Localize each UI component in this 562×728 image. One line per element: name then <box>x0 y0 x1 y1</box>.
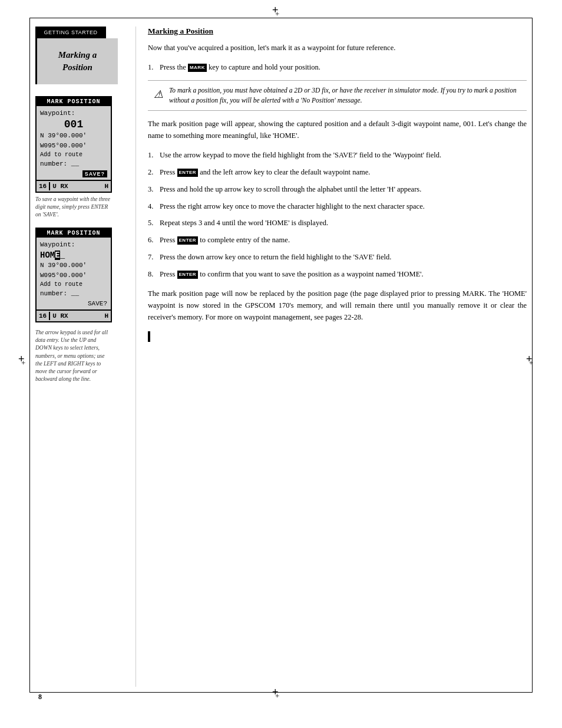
left-sidebar: Getting Started Marking aPosition MARK P… <box>35 27 135 687</box>
section-tab: Marking aPosition <box>35 38 118 84</box>
registration-mark-right: + <box>529 358 541 370</box>
gps-cursor: E <box>55 251 59 260</box>
gps-s2-line6: number: __ <box>40 289 107 299</box>
step-name-8-num: 8. <box>148 269 160 280</box>
step-name-2-num: 2. <box>148 167 160 178</box>
intro-paragraph: Now that you've acquired a position, let… <box>148 42 527 54</box>
step-name-3-text: Press and hold the up arrow key to scrol… <box>160 184 527 195</box>
gps-screen-2-body: Waypoint: HOME_ N 39°00.000' W095°00.000… <box>37 238 111 309</box>
step-1-text: Press the MARK key to capture and hold y… <box>160 62 527 73</box>
gps-s1-line3: N 39°00.000' <box>40 131 107 141</box>
gps-s1-line6: number: __ <box>40 159 107 169</box>
enter-key-badge-8: ENTER <box>177 271 199 279</box>
registration-mark-bottom: + <box>275 691 287 703</box>
step-name-5-num: 5. <box>148 218 160 229</box>
gps-s1-save: SAVE? <box>82 170 107 177</box>
step-name-4: 4. Press the right arrow key once to mov… <box>148 201 527 212</box>
gps-screen-1-title: MARK POSITION <box>37 97 111 106</box>
page-border-left <box>29 18 30 693</box>
note-box: ⚠ To mark a position, you must have obta… <box>148 80 527 111</box>
step-name-2: 2. Press ENTER and the left arrow key to… <box>148 167 527 178</box>
step-name-1-num: 1. <box>148 150 160 161</box>
gps-screen-1: MARK POSITION Waypoint: 001 N 39°00.000'… <box>35 96 112 193</box>
section-title: Marking a Position <box>148 27 527 36</box>
screen-caption-1: To save a waypoint with the three digit … <box>35 196 112 219</box>
registration-mark-top: + <box>275 9 287 21</box>
note-text: To mark a position, you must have obtain… <box>169 85 527 106</box>
registration-mark-left: + <box>21 358 33 370</box>
step-1-mark: 1. Press the MARK key to capture and hol… <box>148 62 527 73</box>
gps-s2-line5: Add to route <box>40 280 107 289</box>
step-name-8-text: Press ENTER to confirm that you want to … <box>160 269 527 280</box>
mark-key-badge: MARK <box>188 64 207 72</box>
body-text-1: The mark position page will appear, show… <box>148 118 527 141</box>
main-content: Marking a Position Now that you've acqui… <box>135 27 527 687</box>
step-name-7-num: 7. <box>148 252 160 263</box>
page-number: 8 <box>38 693 42 701</box>
gps-screen-2: MARK POSITION Waypoint: HOME_ N 39°00.00… <box>35 228 112 322</box>
warning-icon: ⚠ <box>154 87 163 103</box>
gps-s1-line1: Waypoint: <box>40 108 107 118</box>
gps-s1-line4: W095°00.000' <box>40 141 107 151</box>
step-name-5-text: Repeat steps 3 and 4 until the word 'HOM… <box>160 218 527 229</box>
gps-s1-footer-mid: U RX <box>52 183 68 190</box>
step-name-5: 5. Repeat steps 3 and 4 until the word '… <box>148 218 527 229</box>
gps-s2-line3: N 39°00.000' <box>40 261 107 271</box>
section-indicator <box>148 331 527 342</box>
gps-s1-line5: Add to route <box>40 150 107 159</box>
gps-s1-footer-num: 16 <box>39 183 47 190</box>
gps-screen-1-body: Waypoint: 001 N 39°00.000' W095°00.000' … <box>37 106 111 180</box>
gps-s1-footer-h: H <box>104 183 108 190</box>
chapter-label: Getting Started <box>44 29 97 35</box>
step-name-3-num: 3. <box>148 184 160 195</box>
step-name-6-num: 6. <box>148 235 160 246</box>
step-1-num: 1. <box>148 62 160 73</box>
enter-key-badge-6: ENTER <box>177 236 199 245</box>
gps-screen-2-footer: 16 U RX H <box>37 309 111 321</box>
gps-s1-line2: 001 <box>40 118 107 131</box>
step-name-1: 1. Use the arrow keypad to move the fiel… <box>148 150 527 161</box>
gps-s2-footer-h: H <box>104 312 108 319</box>
step-name-4-num: 4. <box>148 201 160 212</box>
gps-s2-line1: Waypoint: <box>40 240 107 250</box>
section-indicator-bar <box>148 331 150 342</box>
step-name-3: 3. Press and hold the up arrow key to sc… <box>148 184 527 195</box>
step-name-4-text: Press the right arrow key once to move t… <box>160 201 527 212</box>
page-content: Getting Started Marking aPosition MARK P… <box>35 27 527 687</box>
step-name-8: 8. Press ENTER to confirm that you want … <box>148 269 527 280</box>
chapter-tab: Getting Started <box>35 27 106 38</box>
step-name-6-text: Press ENTER to complete entry of the nam… <box>160 235 527 246</box>
enter-key-badge-2: ENTER <box>177 169 199 177</box>
gps-s2-footer-mid: U RX <box>52 312 68 319</box>
step-name-1-text: Use the arrow keypad to move the field h… <box>160 150 527 161</box>
gps-footer-sep2 <box>49 312 50 320</box>
step-name-6: 6. Press ENTER to complete entry of the … <box>148 235 527 246</box>
gps-s2-save: SAVE? <box>88 300 107 307</box>
step-name-7-text: Press the down arrow key once to return … <box>160 252 527 263</box>
section-tab-label: Marking aPosition <box>58 50 97 72</box>
gps-s2-line2: HOME_ <box>40 250 107 261</box>
step-name-2-text: Press ENTER and the left arrow key to cl… <box>160 167 527 178</box>
gps-s2-line4: W095°00.000' <box>40 271 107 281</box>
gps-screen-1-footer: 16 U RX H <box>37 180 111 192</box>
step-name-7: 7. Press the down arrow key once to retu… <box>148 252 527 263</box>
gps-footer-sep1 <box>49 182 50 190</box>
gps-s2-footer-num: 16 <box>39 312 47 319</box>
body-text-2: The mark position page will now be repla… <box>148 288 527 323</box>
screen-caption-2: The arrow keypad is used for all data en… <box>35 329 112 384</box>
gps-screen-2-title: MARK POSITION <box>37 229 111 238</box>
